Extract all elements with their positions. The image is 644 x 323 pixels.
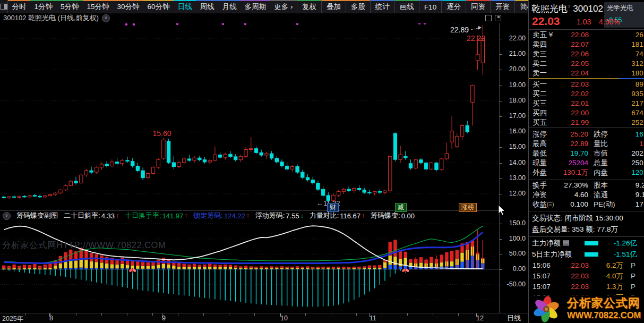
stat-value: 0.100 <box>554 200 588 209</box>
flow-value: -1.26亿 <box>603 237 637 249</box>
event-marker-财[interactable]: 财 <box>327 203 339 212</box>
menu-item-分时[interactable]: 分时 <box>8 0 30 13</box>
queue-row-sell[interactable]: 卖四22.07181.0 <box>529 40 644 49</box>
menu-item-逐分[interactable]: 逐分 <box>441 0 466 13</box>
queue-volume: 180.5 <box>612 69 644 78</box>
stat-label: 外盘 <box>533 168 547 177</box>
menu-item-多周期[interactable]: 多周期 <box>241 0 270 13</box>
quote-sidebar: 乾照光电T 3001021000 光学光电 -0.55 22.03 1.03 4… <box>528 0 644 323</box>
menu-item-多股[interactable]: 多股 <box>346 0 370 13</box>
tick-row[interactable]: 15:0722.031.3万P <box>529 282 644 292</box>
tick-flag: P <box>631 271 636 282</box>
tick-time: 15:06 <box>533 260 551 271</box>
menu-item-简框[interactable]: 简框 <box>514 0 528 13</box>
last-price: 22.03 <box>532 15 560 28</box>
tick-price: 22.03 <box>558 271 589 282</box>
indicator-field-label: 二十日斜率: <box>64 211 100 220</box>
timeline-minor-tick <box>101 313 102 316</box>
stat-value: 120.1 <box>616 168 644 177</box>
menu-item-F10[interactable]: F10 <box>419 0 441 13</box>
menu-item-日线[interactable]: 日线 <box>174 0 196 13</box>
tick-row[interactable]: 15:0622.036.2万P <box>529 260 644 271</box>
menu-item-15分钟[interactable]: 15分钟 <box>83 0 113 13</box>
expand-icon[interactable] <box>485 15 492 21</box>
menu-item-更多 ›[interactable]: 更多 › <box>270 0 297 13</box>
indicator-axis-label: 100.0 <box>509 235 526 242</box>
menu-item-周线[interactable]: 周线 <box>196 0 218 13</box>
queue-row-buy[interactable]: 买四22.00674.7 <box>529 108 644 118</box>
queue-price: 22.03 <box>558 80 589 89</box>
queue-row-buy[interactable]: 买五21.99252.2 <box>529 118 644 128</box>
timeline-minor-tick <box>484 313 484 316</box>
stat-label: PE(动) <box>594 200 615 209</box>
timeline-month-label: 10 <box>280 314 288 322</box>
queue-row-sell[interactable]: 卖三22.0674.8 <box>529 49 644 59</box>
price-axis-label: 12.00 <box>509 190 526 197</box>
indicator-chart[interactable] <box>0 220 500 313</box>
stat-value: 9.20 <box>616 181 644 190</box>
menu-item-同资[interactable]: 同资 <box>466 0 490 13</box>
menu-item-60分钟[interactable]: 60分钟 <box>143 0 174 13</box>
menu-item-开资[interactable]: 开资 <box>490 0 514 13</box>
indicator-field-label: 锁定筹码: <box>193 211 223 220</box>
indicator-field-力量对比: 力量对比:116.67↑ <box>310 211 365 220</box>
queue-row-buy[interactable]: 买二22.02935.9 <box>529 89 644 99</box>
axis-tick <box>500 147 502 148</box>
queue-volume: 312.7 <box>612 59 644 69</box>
queue-row-sell[interactable]: 卖五 ¥22.0826.3 <box>529 30 644 40</box>
watermark-text: 分析家公式网HTTP://WWW.70822.COM <box>2 240 166 251</box>
menu-item-月线[interactable]: 月线 <box>218 0 241 13</box>
menu-item-5分钟[interactable]: 5分钟 <box>57 0 83 13</box>
event-marker-涨榜[interactable]: 涨榜 <box>459 203 477 212</box>
menu-item-叠加[interactable]: 叠加 <box>321 0 346 13</box>
queue-row-sell[interactable]: 卖二22.05312.7 <box>529 59 644 69</box>
indicator-field-label: 力量对比: <box>310 211 339 220</box>
queue-volume: 217.0 <box>612 99 644 108</box>
queue-row-buy[interactable]: 买三22.01217.0 <box>529 99 644 108</box>
stat-label: 涨停 <box>533 130 547 139</box>
svg-text:22.22: 22.22 <box>467 34 485 42</box>
collapse-indicator-icon[interactable]: ∨ <box>3 212 11 220</box>
axis-tick <box>500 285 502 285</box>
period-label[interactable]: 日线 <box>499 313 528 323</box>
up-arrow-icon: ↑ <box>246 212 250 219</box>
menu-item-画线[interactable]: 画线 <box>394 0 419 13</box>
timeline-tick <box>162 313 162 317</box>
stock-flag: T <box>568 4 571 9</box>
candlestick-chart[interactable]: 22.8922.2215.60←11.32 <box>0 23 500 210</box>
menu-item-统计[interactable]: 统计 <box>370 0 394 13</box>
tick-volume: 1.3万 <box>593 282 623 292</box>
queue-row-sell[interactable]: 卖一22.04180.5 <box>529 69 644 78</box>
axis-tick <box>500 163 502 164</box>
timeline-minor-tick <box>229 313 229 316</box>
timeline-minor-tick <box>280 313 280 316</box>
stat-label: 总量 <box>594 158 608 168</box>
panel-layout-icon[interactable] <box>495 15 501 21</box>
axis-tick <box>500 224 502 224</box>
panel-toggle-icon[interactable] <box>0 0 8 13</box>
menu-item-30分钟[interactable]: 30分钟 <box>113 0 143 13</box>
flow-label: 5日主力净额 <box>532 249 572 260</box>
top-menu-bar: 分时1分钟5分钟15分钟30分钟60分钟日线周线月线多周期更多 › 复权叠加多股… <box>0 0 528 13</box>
queue-price: 21.99 <box>558 118 589 128</box>
menu-item-1分钟[interactable]: 1分钟 <box>30 0 57 13</box>
timeline-minor-tick <box>433 313 433 316</box>
list-icon[interactable] <box>563 240 569 246</box>
indicator-field-value: 141.97 <box>162 212 184 220</box>
indicator-field-value: 7.55 <box>286 212 299 220</box>
svg-text:15.60: 15.60 <box>152 129 171 138</box>
chevron-down-icon[interactable]: ∨ <box>102 14 110 22</box>
event-marker-减[interactable]: 减 <box>395 203 407 212</box>
watermark-site-url: WWW.70822.COM <box>567 310 641 320</box>
queue-label: 买三 <box>533 99 547 108</box>
indicator-field-筹码蝶变: 筹码蝶变:0.00 <box>371 211 415 220</box>
tick-row[interactable]: 15:0722.034.0万P <box>529 271 644 282</box>
indicator-field-label: 筹码蝶变: <box>371 211 400 220</box>
queue-price: 22.00 <box>558 108 589 118</box>
timeline-minor-tick <box>178 313 178 316</box>
axis-tick <box>500 101 502 101</box>
indicator-field-筹码蝶变副图: 筹码蝶变副图 <box>16 211 58 220</box>
queue-row-buy[interactable]: 买一22.0389.7 <box>529 80 644 89</box>
timeline-month-label: 12 <box>476 314 484 322</box>
menu-item-复权[interactable]: 复权 <box>297 0 321 13</box>
